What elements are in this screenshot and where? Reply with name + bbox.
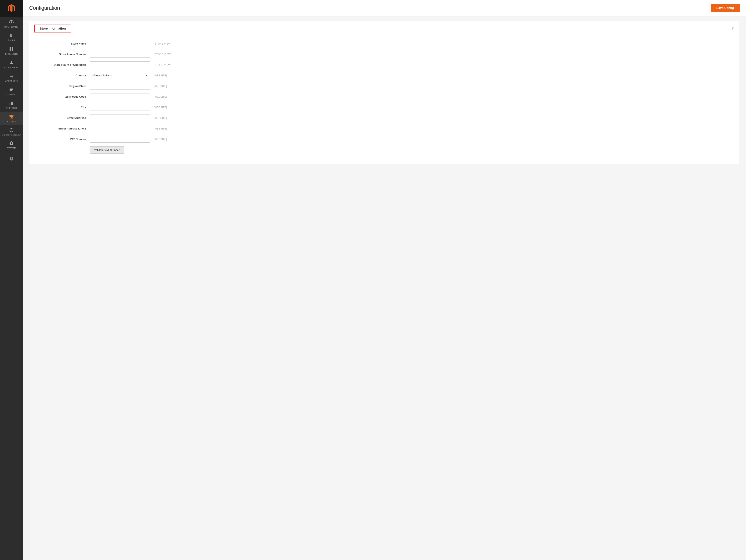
country-select[interactable]: --Please Select-- United States United K… [90, 72, 150, 79]
svg-rect-11 [11, 103, 12, 105]
svg-rect-12 [12, 102, 13, 105]
street-address-input[interactable] [90, 114, 150, 121]
page-header: Configuration Save Config [23, 0, 746, 16]
stores-icon [9, 114, 14, 119]
system-icon [9, 141, 14, 146]
sidebar-item-sales-label: SALES [8, 39, 15, 41]
svg-rect-13 [10, 117, 11, 118]
zip-scope: [WEBSITE] [154, 95, 167, 98]
zip-label: ZIP/Postal Code [36, 95, 90, 98]
store-hours-label: Store Hours of Operation [36, 63, 90, 66]
panel-title-box: Store Information [34, 25, 71, 32]
content-area: Store Information ⇧ Store Name [STORE VI… [23, 16, 746, 560]
region-row: Region/State [WEBSITE] [36, 83, 733, 89]
validate-vat-button[interactable]: Validate VAT Number [90, 146, 124, 153]
content-icon [9, 87, 14, 92]
street-address-2-label: Street Address Line 2 [36, 127, 90, 130]
street-address-row: Street Address [WEBSITE] [36, 114, 733, 121]
store-name-input[interactable] [90, 40, 150, 47]
panel-title: Store Information [40, 27, 66, 30]
store-name-label: Store Name [36, 42, 90, 45]
svg-rect-8 [9, 89, 13, 90]
checkout-icon [9, 128, 14, 133]
sidebar: DASHBOARD $ SALES PRODUCTS CUSTOMERS MAR… [0, 0, 23, 560]
street-address-2-row: Street Address Line 2 [WEBSITE] [36, 125, 733, 132]
sidebar-item-dashboard-label: DASHBOARD [4, 26, 19, 28]
svg-rect-2 [9, 47, 11, 49]
country-scope: [WEBSITE] [154, 74, 167, 77]
sidebar-item-system-label: SYSTEM [7, 147, 16, 149]
sidebar-item-stores[interactable]: STORES [0, 112, 23, 125]
store-hours-scope: [STORE VIEW] [154, 63, 171, 66]
svg-rect-3 [12, 47, 13, 49]
sidebar-item-find-partners[interactable] [0, 154, 23, 164]
page-title: Configuration [29, 5, 60, 11]
store-phone-label: Store Phone Number [36, 53, 90, 56]
panel-form-body: Store Name [STORE VIEW] Store Phone Numb… [29, 36, 740, 164]
region-scope: [WEBSITE] [154, 85, 167, 88]
region-input[interactable] [90, 83, 150, 89]
vat-number-scope: [WEBSITE] [154, 138, 167, 141]
svg-rect-10 [9, 103, 10, 105]
partners-icon [9, 156, 14, 162]
svg-rect-14 [12, 117, 12, 118]
store-name-scope: [STORE VIEW] [154, 42, 171, 45]
vat-number-input[interactable] [90, 136, 150, 143]
sidebar-item-reports[interactable]: REPORTS [0, 98, 23, 112]
reports-icon [9, 101, 14, 106]
dashboard-icon [9, 20, 14, 25]
validate-vat-row: Validate VAT Number [36, 146, 733, 153]
svg-rect-7 [9, 88, 13, 88]
country-label: Country [36, 74, 90, 77]
zip-input[interactable] [90, 93, 150, 100]
sidebar-item-products[interactable]: PRODUCTS [0, 44, 23, 58]
street-address-2-input[interactable] [90, 125, 150, 132]
sidebar-item-content[interactable]: CONTENT [0, 85, 23, 98]
sidebar-divider [3, 153, 20, 153]
sidebar-item-marketing[interactable]: MARKETING [0, 71, 23, 85]
svg-text:$: $ [10, 33, 12, 38]
magento-logo-icon [7, 4, 16, 13]
sidebar-item-checkout-label: ONE STEP CHECKOUT [1, 134, 22, 136]
products-icon [9, 47, 14, 52]
city-row: City [WEBSITE] [36, 104, 733, 111]
vat-number-row: VAT Number [WEBSITE] [36, 136, 733, 143]
sidebar-item-reports-label: REPORTS [6, 107, 17, 109]
sidebar-item-customers[interactable]: CUSTOMERS [0, 58, 23, 71]
sidebar-item-dashboard[interactable]: DASHBOARD [0, 18, 23, 31]
country-row: Country --Please Select-- United States … [36, 72, 733, 79]
store-hours-input[interactable] [90, 61, 150, 68]
sidebar-logo [0, 0, 23, 17]
sidebar-item-one-step-checkout[interactable]: ONE STEP CHECKOUT [0, 125, 23, 138]
sidebar-item-sales[interactable]: $ SALES [0, 31, 23, 44]
street-address-scope: [WEBSITE] [154, 117, 167, 119]
sidebar-item-products-label: PRODUCTS [5, 53, 18, 55]
svg-rect-9 [9, 90, 12, 91]
svg-rect-4 [9, 49, 11, 51]
customers-icon [9, 60, 14, 65]
sidebar-item-customers-label: CUSTOMERS [4, 66, 19, 69]
panel-toggle-icon[interactable]: ⇧ [731, 26, 735, 31]
store-phone-input[interactable] [90, 51, 150, 58]
street-address-2-scope: [WEBSITE] [154, 127, 167, 130]
save-config-button[interactable]: Save Config [711, 4, 740, 12]
city-input[interactable] [90, 104, 150, 111]
panel-header[interactable]: Store Information ⇧ [29, 21, 740, 36]
svg-point-0 [11, 22, 12, 23]
store-name-row: Store Name [STORE VIEW] [36, 40, 733, 47]
store-information-panel: Store Information ⇧ Store Name [STORE VI… [29, 21, 740, 164]
marketing-icon [9, 74, 14, 79]
street-address-label: Street Address [36, 116, 90, 119]
sidebar-item-system[interactable]: SYSTEM [0, 138, 23, 152]
zip-row: ZIP/Postal Code [WEBSITE] [36, 93, 733, 100]
svg-point-6 [10, 61, 12, 62]
main-content: Configuration Save Config Store Informat… [23, 0, 746, 560]
store-phone-scope: [STORE VIEW] [154, 53, 171, 56]
city-scope: [WEBSITE] [154, 106, 167, 109]
sales-icon: $ [9, 33, 13, 38]
city-label: City [36, 106, 90, 109]
svg-rect-5 [12, 49, 13, 51]
sidebar-item-stores-label: STORES [7, 120, 16, 123]
sidebar-item-marketing-label: MARKETING [5, 80, 18, 82]
region-label: Region/State [36, 85, 90, 88]
